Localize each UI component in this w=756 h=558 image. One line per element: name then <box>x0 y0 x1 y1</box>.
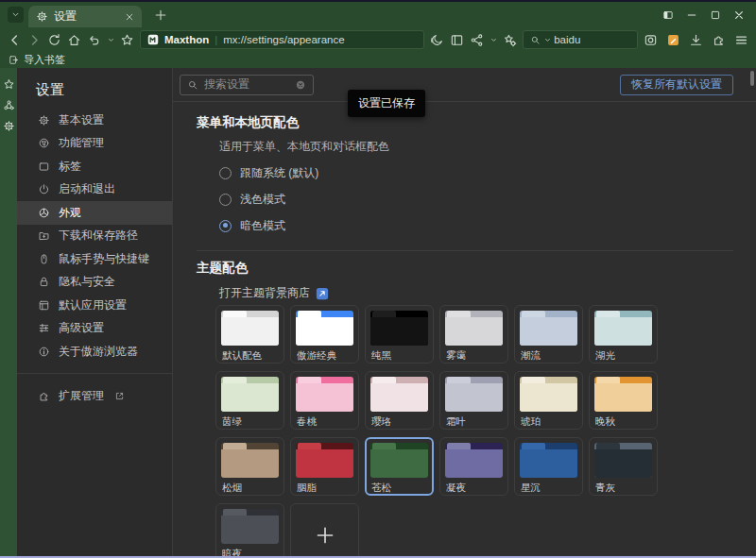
extensions-icon <box>38 390 50 402</box>
theme-card[interactable]: 茵绿 <box>215 371 284 430</box>
home-icon[interactable] <box>67 33 81 47</box>
theme-card[interactable]: 星沉 <box>514 437 583 496</box>
caret-down-icon[interactable] <box>108 37 114 43</box>
add-theme-card[interactable] <box>290 503 359 556</box>
settings-saved-toast: 设置已保存 <box>348 90 425 117</box>
sidebar-item-apps[interactable]: 默认应用设置 <box>17 294 172 317</box>
theme-card[interactable]: 雾霭 <box>439 305 508 364</box>
theme-card[interactable]: 琥珀 <box>514 371 583 430</box>
toolbar: Maxthon | mx://settings/appearance baidu <box>0 27 756 52</box>
sidebar-item-mouse[interactable]: 鼠标手势与快捷键 <box>17 247 172 271</box>
sidebar-item-gear[interactable]: 基本设置 <box>17 109 172 132</box>
theme-name: 松烟 <box>222 482 279 495</box>
extensions-icon[interactable] <box>712 33 726 47</box>
rail-molecule-icon[interactable] <box>3 99 15 111</box>
theme-card[interactable]: 胭脂 <box>290 437 359 496</box>
sidebar-item-tab[interactable]: 标签 <box>17 155 172 178</box>
theme-card[interactable]: 纯黑 <box>365 305 434 364</box>
radio-label: 浅色模式 <box>240 192 285 208</box>
sidebar-item-extensions[interactable]: 扩展管理 <box>17 383 172 410</box>
color-mode-option[interactable]: 暗色模式 <box>219 212 733 239</box>
theme-name: 潮流 <box>521 349 577 363</box>
search-icon <box>187 79 198 91</box>
reload-icon[interactable] <box>47 33 61 47</box>
theme-card[interactable]: 潮流 <box>514 305 583 364</box>
theme-card[interactable]: 璎珞 <box>365 371 434 430</box>
sidebar-item-power[interactable]: 启动和退出 <box>17 178 172 202</box>
rail-gear-icon[interactable] <box>3 120 15 132</box>
tab-favicon-gear-icon <box>36 10 48 23</box>
sidebar-item-folder[interactable]: 下载和保存路径 <box>17 225 172 248</box>
theme-store-link[interactable]: 打开主题背景商店 <box>219 285 733 301</box>
page-action-icons <box>430 33 517 47</box>
caret-down-icon[interactable] <box>490 37 497 43</box>
back-icon[interactable] <box>8 33 22 47</box>
quick-search-box[interactable]: baidu <box>523 30 638 49</box>
apps-icon <box>38 299 50 312</box>
new-tab-button[interactable] <box>154 8 167 22</box>
undo-icon[interactable] <box>87 33 101 47</box>
settings-sidebar: 设置 基本设置 功能管理 标签 启动和退出 外观 下载和保存路径 鼠标手势与快捷… <box>17 68 173 556</box>
share-icon[interactable] <box>470 33 484 47</box>
import-bookmarks-button[interactable]: 导入书签 <box>24 53 65 67</box>
theme-card[interactable]: 湖光 <box>589 305 658 364</box>
search-settings-input[interactable]: 搜索设置 <box>180 75 314 95</box>
theme-thumbnail <box>594 443 652 478</box>
reader-mode-icon[interactable] <box>450 33 464 47</box>
theme-card[interactable]: 青灰 <box>589 437 658 496</box>
download-icon[interactable] <box>689 33 703 47</box>
rail-star-icon[interactable] <box>3 78 15 91</box>
close-icon[interactable] <box>733 9 745 21</box>
theme-thumbnail <box>296 443 353 478</box>
restore-defaults-button[interactable]: 恢复所有默认设置 <box>620 75 733 95</box>
night-mode-icon[interactable] <box>430 33 444 47</box>
minimize-icon[interactable] <box>686 9 697 21</box>
window-panel-icon[interactable] <box>662 9 674 21</box>
sidebar-item-info[interactable]: 关于傲游浏览器 <box>17 340 172 364</box>
sidebar-item-palette[interactable]: 外观 <box>17 201 172 225</box>
maxthon-logo-icon <box>147 34 159 45</box>
menu-icon[interactable] <box>734 33 748 47</box>
favorites-gear-icon[interactable] <box>503 33 517 47</box>
info-icon <box>38 346 50 358</box>
tab-close-icon[interactable] <box>125 12 134 22</box>
address-bar[interactable]: Maxthon | mx://settings/appearance <box>140 30 424 49</box>
theme-card[interactable]: 暗夜 <box>215 503 284 556</box>
star-icon[interactable] <box>120 33 134 47</box>
scrollbar-thumb[interactable] <box>750 71 754 86</box>
external-link-icon <box>114 391 125 401</box>
theme-card[interactable]: 苍松 <box>365 437 434 496</box>
tab-list-button[interactable] <box>8 7 24 23</box>
open-store-icon[interactable] <box>316 287 329 300</box>
clear-search-icon[interactable] <box>295 79 306 91</box>
theme-card[interactable]: 霜叶 <box>439 371 508 430</box>
theme-card[interactable]: 傲游经典 <box>290 305 359 364</box>
theme-thumbnail <box>296 311 353 346</box>
search-placeholder: 搜索设置 <box>204 76 289 93</box>
color-mode-option[interactable]: 浅色模式 <box>219 186 733 212</box>
sidebar-item-label: 功能管理 <box>59 135 104 151</box>
sidebar-item-sliders[interactable]: 高级设置 <box>17 317 172 341</box>
maximize-icon[interactable] <box>710 9 721 21</box>
screenshot-icon[interactable] <box>644 33 658 47</box>
mouse-icon <box>38 253 50 265</box>
forward-icon[interactable] <box>27 33 42 47</box>
color-mode-option[interactable]: 跟随系统 (默认) <box>219 160 733 186</box>
theme-name: 茵绿 <box>222 415 279 429</box>
sidebar-item-label: 隐私与安全 <box>59 274 115 290</box>
toolbar-action-icons <box>644 33 748 47</box>
sidebar-item-lock[interactable]: 隐私与安全 <box>17 271 172 295</box>
radio-label: 跟随系统 (默认) <box>240 165 318 181</box>
theme-thumbnail <box>370 443 428 478</box>
settings-content: 搜索设置 恢复所有默认设置 设置已保存 菜单和本地页配色 适用于菜单、本地页和对… <box>173 68 756 556</box>
sidebar-item-funnel[interactable]: 功能管理 <box>17 132 172 156</box>
theme-card[interactable]: 凝夜 <box>439 437 508 496</box>
active-tab[interactable]: 设置 <box>28 6 142 27</box>
theme-card[interactable]: 春桃 <box>290 371 359 430</box>
theme-card[interactable]: 松烟 <box>215 437 284 496</box>
sidebar-item-label: 扩展管理 <box>59 388 104 404</box>
notes-icon[interactable] <box>666 33 680 47</box>
theme-card[interactable]: 默认配色 <box>215 305 284 364</box>
sidebar-item-label: 关于傲游浏览器 <box>59 344 138 360</box>
theme-card[interactable]: 晚秋 <box>589 371 658 430</box>
